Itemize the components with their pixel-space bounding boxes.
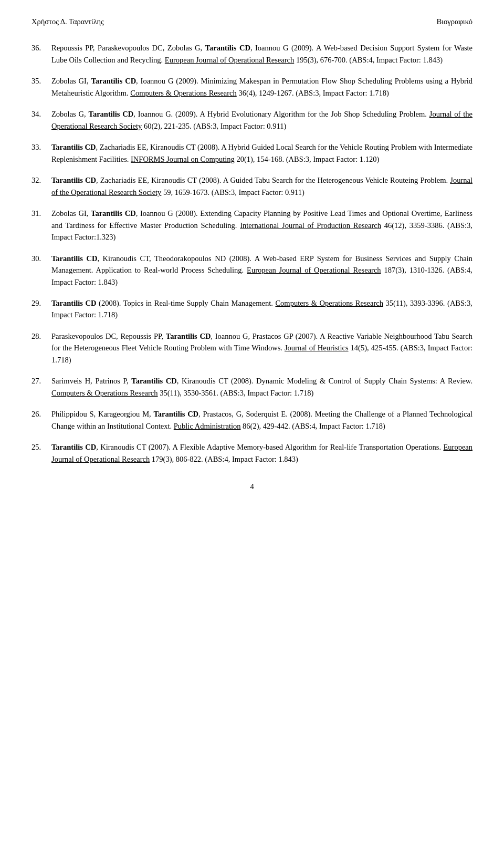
- entry-number: 27.: [32, 375, 51, 399]
- list-item: 32.Tarantilis CD, Zachariadis EE, Kirano…: [32, 174, 472, 198]
- entry-number: 28.: [32, 330, 51, 366]
- list-item: 34.Zobolas G, Tarantilis CD, Ioannou G. …: [32, 108, 472, 132]
- page-number: 4: [32, 481, 472, 492]
- list-item: 27.Sarimveis H, Patrinos P, Tarantilis C…: [32, 375, 472, 399]
- entry-content: Philippidou S, Karageorgiou M, Tarantili…: [51, 408, 472, 432]
- list-item: 29.Tarantilis CD (2008). Topics in Real-…: [32, 297, 472, 321]
- page: Χρήστος Δ. Ταραντίλης Βιογραφικό 36.Repo…: [0, 0, 504, 851]
- list-item: 26.Philippidou S, Karageorgiou M, Tarant…: [32, 408, 472, 432]
- entry-content: Tarantilis CD, Kiranoudis CT, Theodorako…: [51, 253, 472, 288]
- entry-number: 25.: [32, 441, 51, 465]
- entry-number: 31.: [32, 207, 51, 243]
- entry-content: Tarantilis CD, Kiranoudis CT (2007). A F…: [51, 441, 472, 465]
- entry-content: Zobolas GI, Tarantilis CD, Ioannou G (20…: [51, 207, 472, 243]
- list-item: 36.Repoussis PP, Paraskevopoulos DC, Zob…: [32, 42, 472, 66]
- page-header: Χρήστος Δ. Ταραντίλης Βιογραφικό: [32, 16, 472, 27]
- entry-number: 34.: [32, 108, 51, 132]
- entry-number: 36.: [32, 42, 51, 66]
- entry-content: Tarantilis CD (2008). Topics in Real-tim…: [51, 297, 472, 321]
- list-item: 30.Tarantilis CD, Kiranoudis CT, Theodor…: [32, 253, 472, 288]
- entry-number: 32.: [32, 174, 51, 198]
- entry-content: Paraskevopoulos DC, Repoussis PP, Tarant…: [51, 330, 472, 366]
- list-item: 25.Tarantilis CD, Kiranoudis CT (2007). …: [32, 441, 472, 465]
- list-item: 35.Zobolas GI, Tarantilis CD, Ioannou G …: [32, 75, 472, 99]
- entry-number: 35.: [32, 75, 51, 99]
- entry-content: Tarantilis CD, Zachariadis EE, Kiranoudi…: [51, 141, 472, 165]
- entries-list: 36.Repoussis PP, Paraskevopoulos DC, Zob…: [32, 42, 472, 465]
- entry-content: Sarimveis H, Patrinos P, Tarantilis CD, …: [51, 375, 472, 399]
- header-author: Χρήστος Δ. Ταραντίλης: [32, 16, 104, 27]
- entry-content: Repoussis PP, Paraskevopoulos DC, Zobola…: [51, 42, 472, 66]
- entry-content: Zobolas GI, Tarantilis CD, Ioannou G (20…: [51, 75, 472, 99]
- entry-content: Zobolas G, Tarantilis CD, Ioannou G. (20…: [51, 108, 472, 132]
- entry-number: 26.: [32, 408, 51, 432]
- entry-number: 30.: [32, 253, 51, 288]
- entry-number: 29.: [32, 297, 51, 321]
- list-item: 28.Paraskevopoulos DC, Repoussis PP, Tar…: [32, 330, 472, 366]
- entry-number: 33.: [32, 141, 51, 165]
- list-item: 33.Tarantilis CD, Zachariadis EE, Kirano…: [32, 141, 472, 165]
- header-title: Βιογραφικό: [436, 16, 472, 27]
- list-item: 31.Zobolas GI, Tarantilis CD, Ioannou G …: [32, 207, 472, 243]
- entry-content: Tarantilis CD, Zachariadis EE, Kiranoudi…: [51, 174, 472, 198]
